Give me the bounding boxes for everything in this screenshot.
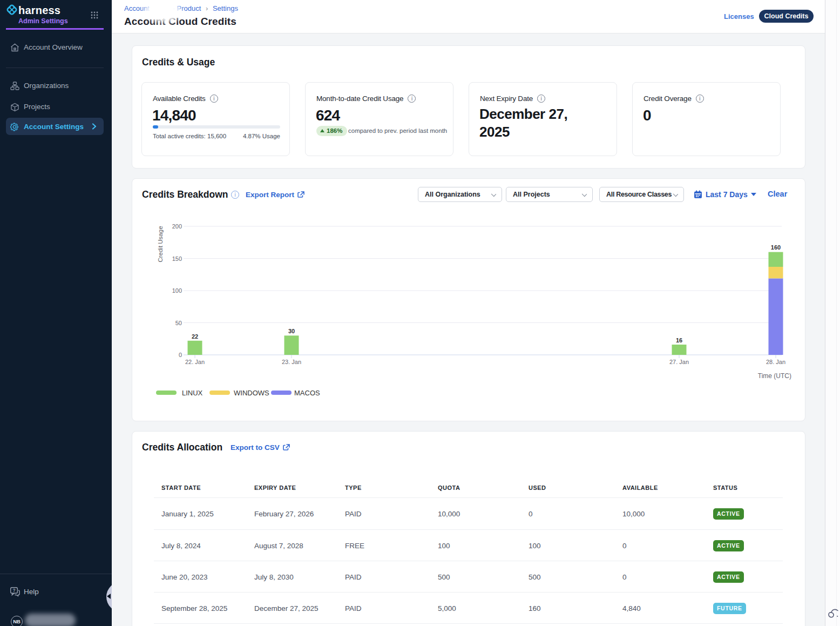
svg-text:160: 160 xyxy=(771,244,781,251)
svg-text:50: 50 xyxy=(175,320,182,326)
svg-text:Credit Usage: Credit Usage xyxy=(157,226,164,262)
svg-text:23. Jan: 23. Jan xyxy=(282,359,301,365)
svg-text:22. Jan: 22. Jan xyxy=(185,359,205,365)
svg-text:30: 30 xyxy=(288,328,295,334)
svg-text:WINDOWS: WINDOWS xyxy=(234,389,269,397)
svg-text:28. Jan: 28. Jan xyxy=(766,359,785,365)
svg-text:200: 200 xyxy=(172,223,182,230)
svg-text:22: 22 xyxy=(192,333,198,340)
svg-text:0: 0 xyxy=(179,352,182,358)
svg-text:16: 16 xyxy=(676,337,682,344)
svg-text:100: 100 xyxy=(172,287,182,294)
svg-text:27. Jan: 27. Jan xyxy=(669,359,689,365)
svg-text:150: 150 xyxy=(172,255,182,262)
svg-text:?: ? xyxy=(12,588,15,593)
svg-text:Time (UTC): Time (UTC) xyxy=(758,372,791,380)
svg-text:LINUX: LINUX xyxy=(182,389,203,397)
svg-text:MACOS: MACOS xyxy=(294,389,320,397)
